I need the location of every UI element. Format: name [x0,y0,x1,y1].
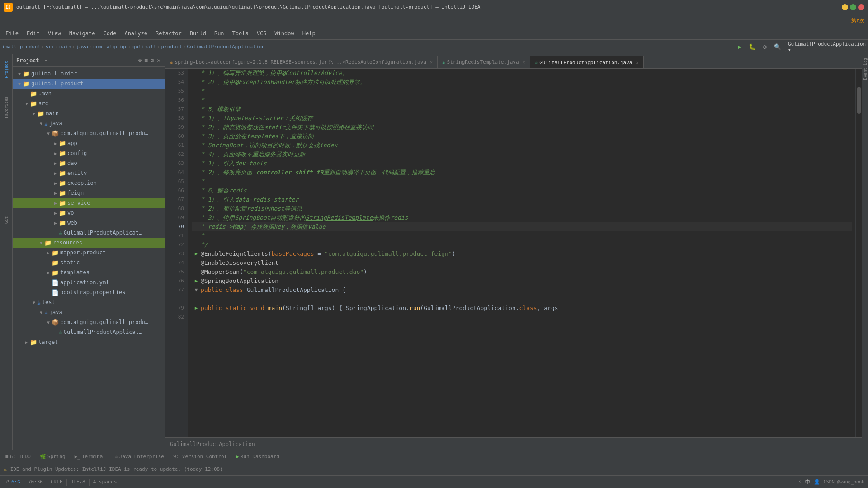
run-line-button[interactable]: ▶ [195,277,198,286]
breadcrumb-item[interactable]: product [161,44,182,50]
tree-arrow[interactable]: ▶ [52,221,59,225]
tree-item-com-atguigu-gulimall-produ-[interactable]: ▼📦com.atguigu.gulimall.produ… [13,128,165,138]
tree-arrow[interactable]: ▶ [45,270,52,275]
bottom-tab-terminal[interactable]: ▶_ Terminal [71,452,109,461]
close-tab-button[interactable]: ✕ [430,60,433,65]
menu-item-view[interactable]: View [44,29,65,38]
menu-item-run[interactable]: Run [211,29,228,38]
encoding[interactable]: UTF-8 [71,479,85,485]
tree-arrow[interactable]: ▼ [38,310,44,315]
run-button[interactable]: ▶ [734,42,745,52]
breadcrumb-item[interactable]: atguigu [107,44,127,50]
tree-item-dao[interactable]: ▶📁dao [13,158,165,168]
tree-arrow[interactable]: ▶ [52,181,59,186]
tree-arrow[interactable]: ▶ [52,171,59,176]
run-line-button[interactable]: ▶ [195,249,198,258]
line-ending[interactable]: CRLF [51,479,63,485]
tree-item-entity[interactable]: ▶📁entity [13,168,165,178]
maximize-button[interactable] [850,4,856,10]
search-button[interactable]: 🔍 [772,42,783,52]
tree-arrow[interactable]: ▼ [16,81,23,86]
tree-item-application-yml[interactable]: 📄application.yml [13,277,165,287]
tree-item-main[interactable]: ▼📁main [13,108,165,118]
tree-arrow[interactable]: ▶ [52,211,59,216]
tree-arrow[interactable]: ▶ [24,340,30,345]
editor-tab-string-redis-template[interactable]: ☕ StringRedisTemplate.java ✕ [438,56,530,68]
close-tab-button[interactable]: ✕ [523,60,525,65]
tree-item-config[interactable]: ▶📁config [13,148,165,158]
settings-button[interactable]: ⚙ [150,56,155,65]
editor-scrollbar[interactable] [855,69,862,437]
menu-item-navigate[interactable]: Navigate [66,29,99,38]
close-button[interactable] [858,4,864,10]
tree-item-java[interactable]: ▼☕java [13,118,165,128]
menu-item-refactor[interactable]: Refactor [152,29,185,38]
editor-tab-main-class[interactable]: ☕ GulimallProductApplication.java ✕ [530,56,644,68]
tree-item--mvn[interactable]: 📁.mvn [13,89,165,99]
tree-item-resources[interactable]: ▼📁resources [13,238,165,248]
menu-item-file[interactable]: File [2,29,22,38]
project-panel-tab[interactable]: Project [3,56,9,83]
indent[interactable]: 4 spaces [93,479,117,485]
code-content[interactable]: * 1）、编写异常处理类，使用@ControllerAdvice。 * 2）、使… [188,69,855,437]
collapse-button[interactable]: ≡ [144,56,149,65]
tree-arrow[interactable]: ▼ [24,101,30,106]
breadcrumb-item[interactable]: src [46,44,55,50]
window-controls[interactable] [842,4,864,10]
tree-item-feign[interactable]: ▶📁feign [13,188,165,198]
tree-item-templates[interactable]: ▶📁templates [13,267,165,277]
close-tab-button[interactable]: ✕ [636,60,639,65]
run-config-dropdown[interactable]: GulimallProductApplication ▾ [785,42,866,52]
run-line-button[interactable]: ▶ [195,304,198,313]
tree-item-service[interactable]: ▶📁service [13,198,165,208]
tree-item-gulimallproductapplicat-[interactable]: ☕GulimallProductApplicat… [13,228,165,238]
tree-arrow[interactable]: ▶ [52,141,59,146]
settings-button[interactable]: ⚙ [760,42,770,52]
menu-item-build[interactable]: Build [186,29,210,38]
menu-item-help[interactable]: Help [299,29,319,38]
tree-arrow[interactable]: ▼ [38,240,44,245]
tree-arrow[interactable]: ▶ [45,250,52,255]
tree-item-static[interactable]: 📁static [13,258,165,267]
tree-item-gulimall-product[interactable]: ▼📁gulimall-product [13,79,165,89]
bottom-tab-run-dashboard[interactable]: ▶ Run Dashboard [232,452,283,461]
menu-item-tools[interactable]: Tools [229,29,252,38]
menu-item-analyze[interactable]: Analyze [121,29,151,38]
debug-button[interactable]: 🐛 [747,42,758,52]
tree-item-bootstrap-properties[interactable]: 📄bootstrap.properties [13,287,165,297]
scrollbar-thumb[interactable] [857,87,861,114]
breadcrumb-item[interactable]: com [93,44,102,50]
bottom-tab-todo[interactable]: ≡ 6: TODO [2,452,34,461]
tree-arrow[interactable]: ▶ [52,161,59,166]
menu-item-vcs[interactable]: VCS [253,29,270,38]
breadcrumb-item[interactable]: main [59,44,71,50]
tree-arrow[interactable]: ▶ [52,191,59,196]
bottom-tab-spring[interactable]: 🌿 Spring [36,452,69,461]
tree-item-java[interactable]: ▼☕java [13,307,165,317]
editor-tab-redis-autoconfigure[interactable]: ☕ spring-boot-autoconfigure-2.1.8.RELEAS… [165,56,438,68]
breadcrumb-item[interactable]: java [76,44,88,50]
tree-item-gulimall-order[interactable]: ▼📁gulimall-order [13,69,165,79]
tree-arrow[interactable]: ▼ [31,111,37,116]
tree-item-mapper-product[interactable]: ▶📁mapper.product [13,248,165,258]
git-tab[interactable]: Git [3,213,9,227]
tree-item-com-atguigu-gulimall-produ-[interactable]: ▼📦com.atguigu.gulimall.produ… [13,317,165,327]
tree-arrow[interactable]: ▼ [45,131,52,136]
tree-item-src[interactable]: ▼📁src [13,99,165,108]
tree-arrow[interactable]: ▼ [45,320,52,325]
locate-button[interactable]: ⊕ [137,56,143,65]
tree-arrow[interactable]: ▼ [16,71,23,76]
bottom-tab-version-control[interactable]: 9: Version Control [170,452,231,461]
tree-item-exception[interactable]: ▶📁exception [13,178,165,188]
favorites-tab[interactable]: Favorites [3,94,9,121]
bottom-tab-java-enterprise[interactable]: ☕ Java Enterprise [111,452,168,461]
menu-item-code[interactable]: Code [100,29,120,38]
menu-item-edit[interactable]: Edit [23,29,43,38]
tree-item-app[interactable]: ▶📁app [13,138,165,148]
tree-arrow[interactable]: ▶ [52,201,59,206]
breadcrumb-item[interactable]: GulimallProductApplication [187,44,265,50]
tree-item-web[interactable]: ▶📁web [13,218,165,228]
breadcrumb-item[interactable]: imall-product [2,44,41,50]
event-log-tab[interactable]: Event Log [863,58,868,80]
minimize-button[interactable] [842,4,848,10]
